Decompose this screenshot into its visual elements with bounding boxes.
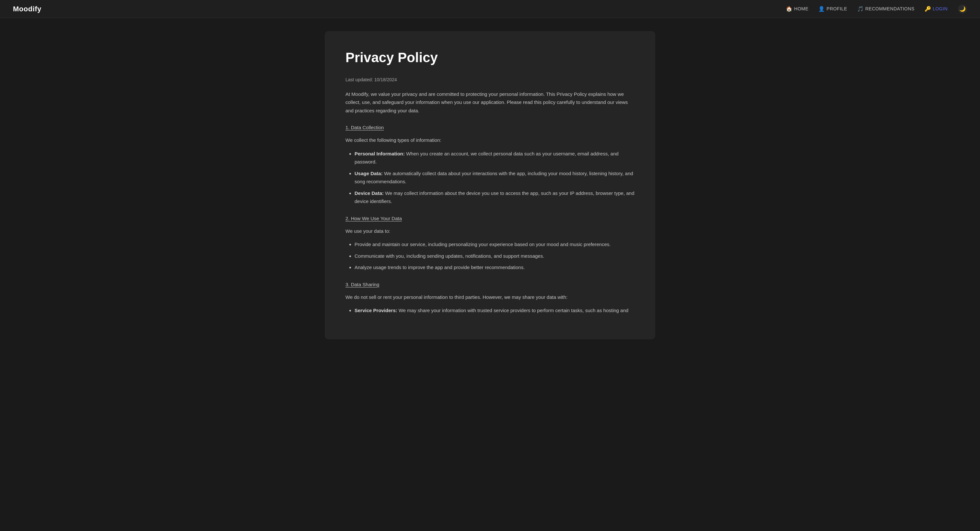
- dark-mode-toggle[interactable]: 🌙: [958, 5, 967, 14]
- intro-text: At Moodify, we value your privacy and ar…: [345, 90, 635, 115]
- bullet-label: Service Providers:: [355, 308, 397, 313]
- bullet-text: We may collect information about the dev…: [355, 190, 634, 204]
- nav-home[interactable]: 🏠 HOME: [786, 5, 808, 12]
- profile-icon: 👤: [819, 6, 825, 12]
- list-item: Provide and maintain our service, includ…: [355, 240, 635, 249]
- bullet-label: Usage Data:: [355, 171, 383, 176]
- bullet-label: Device Data:: [355, 190, 384, 196]
- bullet-text: Analyze usage trends to improve the app …: [355, 265, 525, 270]
- bullet-text: Provide and maintain our service, includ…: [355, 241, 611, 247]
- list-item: Analyze usage trends to improve the app …: [355, 263, 635, 272]
- bullet-text: We automatically collect data about your…: [355, 171, 633, 185]
- login-icon: 🔑: [925, 6, 931, 12]
- list-item: Communicate with you, including sending …: [355, 252, 635, 260]
- home-icon: 🏠: [786, 6, 792, 12]
- last-updated: Last updated: 10/18/2024: [345, 76, 635, 83]
- list-item: Personal Information: When you create an…: [355, 150, 635, 166]
- bullet-text: Communicate with you, including sending …: [355, 253, 544, 259]
- bullet-label: Personal Information:: [355, 151, 405, 156]
- nav-recommendations[interactable]: 🎵 RECOMMENDATIONS: [858, 5, 915, 12]
- section-3: 3. Data Sharing We do not sell or rent y…: [345, 281, 635, 315]
- list-item: Device Data: We may collect information …: [355, 189, 635, 206]
- page-title: Privacy Policy: [345, 47, 635, 68]
- section-1-intro: We collect the following types of inform…: [345, 136, 635, 144]
- section-1-list: Personal Information: When you create an…: [345, 150, 635, 206]
- nav-links: 🏠 HOME 👤 PROFILE 🎵 RECOMMENDATIONS 🔑 LOG…: [786, 5, 967, 14]
- section-3-list: Service Providers: We may share your inf…: [345, 306, 635, 315]
- section-1-heading[interactable]: 1. Data Collection: [345, 124, 635, 132]
- section-2-heading[interactable]: 2. How We Use Your Data: [345, 215, 635, 222]
- section-2-list: Provide and maintain our service, includ…: [345, 240, 635, 272]
- brand-logo: Moodify: [13, 3, 41, 14]
- list-item: Service Providers: We may share your inf…: [355, 306, 635, 315]
- section-1: 1. Data Collection We collect the follow…: [345, 124, 635, 206]
- section-3-heading[interactable]: 3. Data Sharing: [345, 281, 635, 288]
- section-3-intro: We do not sell or rent your personal inf…: [345, 293, 635, 301]
- recommendations-icon: 🎵: [858, 6, 863, 12]
- nav-login[interactable]: 🔑 LOGIN: [925, 5, 948, 12]
- list-item: Usage Data: We automatically collect dat…: [355, 170, 635, 186]
- main-content: Privacy Policy Last updated: 10/18/2024 …: [318, 31, 662, 359]
- section-2: 2. How We Use Your Data We use your data…: [345, 215, 635, 272]
- bullet-text: We may share your information with trust…: [399, 308, 628, 313]
- moon-icon: 🌙: [959, 5, 966, 13]
- section-2-intro: We use your data to:: [345, 227, 635, 235]
- nav-profile[interactable]: 👤 PROFILE: [819, 5, 847, 12]
- privacy-policy-card: Privacy Policy Last updated: 10/18/2024 …: [325, 31, 655, 339]
- navbar: Moodify 🏠 HOME 👤 PROFILE 🎵 RECOMMENDATIO…: [0, 0, 980, 18]
